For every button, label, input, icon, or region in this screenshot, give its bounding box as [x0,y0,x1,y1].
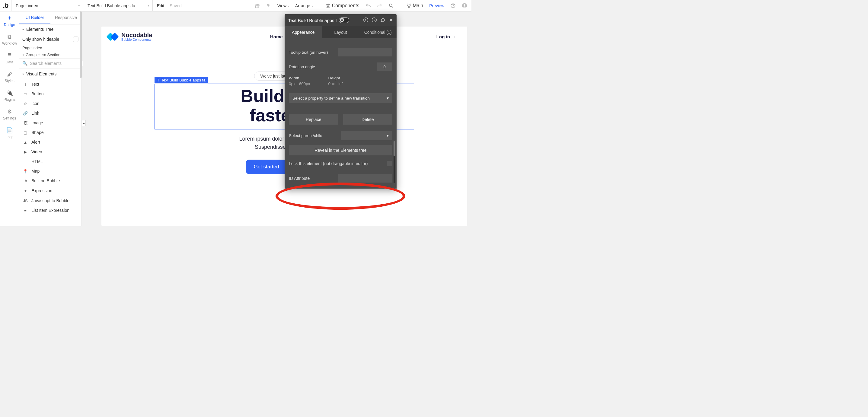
element-label: HTML [31,159,43,164]
tooltip-input[interactable] [338,48,392,57]
element-label: Alert [31,140,40,145]
preview-header: Nocodable Bubble Components Home Dashboa… [101,27,467,41]
element-icon: JS [22,198,28,203]
element-icon: 🖼 [22,121,28,125]
element-button[interactable]: ▭Button [19,89,82,99]
rail-workflow[interactable]: ⧉Workflow [0,30,19,49]
edit-label[interactable]: Edit [157,3,164,8]
visual-elements-list: TText▭Button☆Icon🔗Link🖼Image▢Shape▲Alert… [19,79,82,215]
element-alert[interactable]: ▲Alert [19,137,82,147]
rail-settings[interactable]: ⚙Settings [0,105,19,124]
redo-icon[interactable] [377,3,382,8]
lead-text: Lorem ipsum dolor sit amet, consecte Sus… [101,135,467,151]
element-icon: ☆ [22,101,28,106]
element-video[interactable]: ▶Video [19,147,82,157]
hideable-checkbox[interactable] [73,36,79,42]
svg-point-2 [389,4,392,7]
logs-icon: 📄 [6,127,13,134]
login-link[interactable]: Log in → [436,34,456,39]
tab-responsive[interactable]: Responsive [51,11,82,24]
transition-select[interactable]: Select a property to define a new transi… [289,93,392,103]
parent-child-select[interactable]: ▾ [341,131,392,140]
settings-icon: ⚙ [7,108,12,115]
nav-home[interactable]: Home [270,34,283,39]
width-label: Width [289,76,310,80]
close-icon[interactable]: ✕ [389,18,393,23]
replace-button[interactable]: Replace [289,115,338,125]
rail-logs[interactable]: 📄Logs [0,124,19,142]
delete-button[interactable]: Delete [343,115,393,125]
expand-icon[interactable]: + [22,53,25,57]
element-name-input[interactable] [288,18,337,23]
view-menu[interactable]: View ▾ [277,3,289,8]
collapse-left-panel[interactable]: ◂ [82,120,86,126]
search-icon[interactable] [389,3,394,8]
info-icon[interactable] [372,18,377,23]
comment-icon[interactable] [380,17,385,23]
rail-styles[interactable]: 🖌Styles [0,68,19,86]
tab-conditional[interactable]: Conditional (1) [359,26,397,38]
tree-group-hero[interactable]: +Group Hero Section [19,51,82,59]
element-map[interactable]: 📍Map [19,166,82,176]
element-html[interactable]: HTML [19,157,82,166]
rail-plugins[interactable]: 🔌Plugins [0,86,19,105]
data-icon: ≣ [7,52,12,59]
elements-tree-header[interactable]: ▾Elements Tree [19,25,82,34]
element-label: Image [31,120,43,125]
cursor-icon[interactable] [266,3,271,8]
account-icon[interactable] [462,3,467,8]
element-image[interactable]: 🖼Image [19,118,82,128]
element-label: Link [31,111,39,116]
lock-checkbox[interactable] [387,161,392,166]
rail-data[interactable]: ≣Data [0,49,19,68]
bubble-logo[interactable]: .b [0,0,11,11]
element-expression[interactable]: ＋Expression [19,186,82,196]
transition-row: Select a property to define a new transi… [285,90,397,106]
element-label: Button [31,91,43,96]
plugins-icon: 🔌 [6,90,13,96]
selection-label: TText Build Bubble apps fa [155,77,208,83]
element-shape[interactable]: ▢Shape [19,128,82,137]
element-built-on-bubble[interactable]: .bBuilt on Bubble [19,176,82,186]
panel-scrollbar[interactable] [394,141,395,156]
element-list-item-expression[interactable]: ≡List Item Expression [19,205,82,215]
element-icon: 🔗 [22,111,28,116]
id-attribute-input[interactable] [338,174,392,183]
left-panel-scrollbar[interactable] [80,11,82,78]
panel-titlebar[interactable]: ✕ [285,14,397,26]
tree-page-index[interactable]: Page index [19,44,82,51]
undo-icon[interactable] [366,3,371,8]
tab-appearance[interactable]: Appearance [285,26,322,38]
replace-delete-row: Replace Delete [285,111,397,128]
chevron-down-icon: ▾ [148,4,149,7]
arrange-menu[interactable]: Arrange ▾ [295,3,313,8]
rotation-row: Rotation angle [285,59,397,74]
components-button[interactable]: Components [326,3,360,8]
help-icon[interactable] [450,3,456,8]
tab-ui-builder[interactable]: UI Builder [19,11,51,24]
visual-elements-header[interactable]: ▾Visual Elements [19,68,82,79]
ab-toggle[interactable] [339,18,349,23]
tab-layout[interactable]: Layout [322,26,360,38]
element-dropdown[interactable]: Text Build Bubble apps fa ▾ [83,0,153,11]
element-javascript-to-bubble[interactable]: JSJavascript to Bubble [19,196,82,205]
element-text[interactable]: TText [19,79,82,89]
element-label: Javascript to Bubble [31,198,69,203]
rotation-input[interactable] [377,62,392,71]
reveal-in-tree-button[interactable]: Reveal in the Elements tree [289,145,392,155]
get-started-button[interactable]: Get started [246,160,287,174]
page-dropdown[interactable]: Page: index ▾ [11,0,83,11]
preview-link[interactable]: Preview [429,3,444,8]
element-label: Video [31,149,42,154]
gift-icon[interactable] [254,3,260,8]
element-link[interactable]: 🔗Link [19,108,82,118]
property-panel[interactable]: ✕ Appearance Layout Conditional (1) Tool… [285,14,397,189]
lock-row: Lock this element (not draggable in edit… [285,157,397,170]
rail-design[interactable]: ✦Design [0,11,19,30]
element-icon[interactable]: ☆Icon [19,99,82,108]
branch-button[interactable]: Main [406,3,424,8]
search-elements-input[interactable] [30,61,83,66]
width-value: 0px - 600px [289,82,310,86]
play-icon[interactable] [363,18,368,23]
editor-canvas[interactable]: Nocodable Bubble Components Home Dashboa… [86,11,471,226]
